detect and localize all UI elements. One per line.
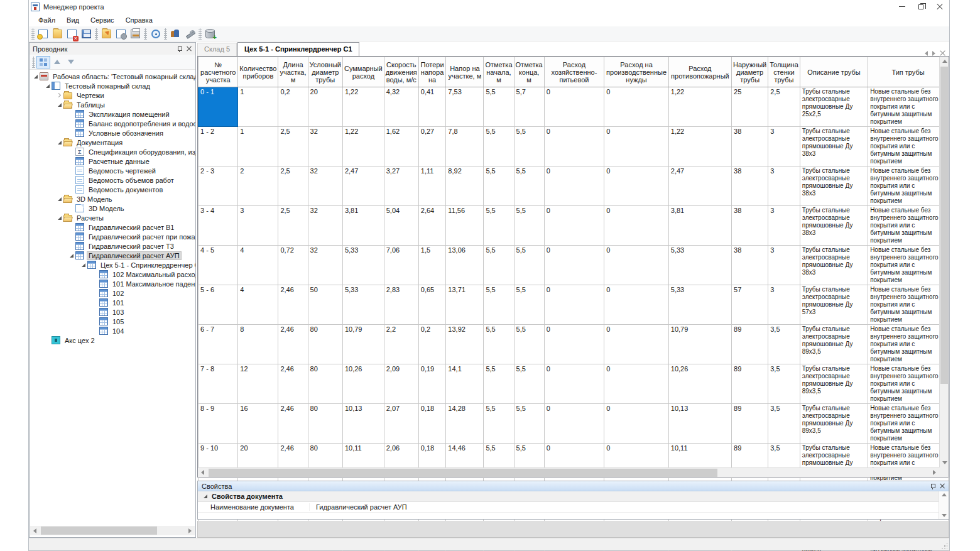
grid-cell[interactable]: 10,26	[342, 364, 384, 404]
grid-cell[interactable]: 0,19	[418, 364, 446, 404]
grid-cell[interactable]: 2,46	[278, 404, 308, 444]
grid-cell[interactable]: 2 - 3	[199, 166, 238, 206]
tree-item[interactable]: Тестовый пожарный склад	[30, 81, 195, 90]
grid-cell[interactable]: 0	[544, 364, 604, 404]
grid-cell[interactable]: 10,79	[668, 325, 731, 364]
grid-cell[interactable]: 0,41	[418, 87, 446, 127]
column-header[interactable]: Толщина стенки трубы	[768, 57, 800, 87]
grid-cell[interactable]: 5,5	[484, 127, 514, 166]
grid-cell[interactable]: 11,56	[446, 206, 484, 246]
grid-cell[interactable]: 32	[308, 246, 342, 285]
grid-cell[interactable]: 3 - 4	[199, 206, 238, 246]
column-header[interactable]: Расход на производственные нужды	[604, 57, 669, 87]
grid-cell[interactable]: 80	[308, 325, 342, 364]
grid-cell[interactable]: 50	[308, 285, 342, 325]
grid-cell[interactable]: 0	[604, 127, 669, 166]
move-down-button[interactable]	[64, 56, 78, 68]
column-header[interactable]: Тип трубы	[868, 57, 949, 87]
grid-cell[interactable]: 5,5	[514, 166, 544, 206]
tree-expander[interactable]	[56, 141, 63, 145]
tree-item[interactable]: 101	[30, 298, 195, 307]
tree-expander[interactable]	[68, 254, 75, 258]
close-button[interactable]	[930, 0, 949, 13]
tree-item[interactable]: 103	[30, 307, 195, 317]
scroll-right-arrow[interactable]	[185, 526, 195, 535]
grid-cell[interactable]: 7,53	[446, 87, 484, 127]
menu-item-Справка[interactable]: Справка	[120, 15, 158, 25]
tree-item[interactable]: Экспликация помещений	[30, 109, 195, 119]
grid-cell[interactable]: 0,18	[418, 444, 446, 483]
tree-item[interactable]: Цех 5-1 - Спринклердренчер С1	[30, 260, 195, 270]
grid-cell[interactable]: 2,46	[278, 285, 308, 325]
scroll-right-arrow[interactable]	[930, 468, 939, 477]
grid-cell[interactable]: 0	[604, 206, 669, 246]
tree-expander[interactable]	[32, 75, 39, 79]
grid-horizontal-scrollbar[interactable]	[198, 467, 939, 477]
grid-cell[interactable]: 80	[308, 404, 342, 444]
tools-wrench-button[interactable]	[183, 27, 197, 40]
tree-expander[interactable]	[56, 103, 63, 107]
grid-cell[interactable]: 12	[238, 364, 278, 404]
import-folder-button[interactable]	[99, 27, 114, 40]
properties-group-header[interactable]: Свойства документа	[198, 491, 939, 502]
grid-cell[interactable]: 5,5	[484, 325, 514, 364]
tree-item[interactable]: Ведомость чертежей	[30, 166, 195, 175]
grid-cell[interactable]: 2,5	[768, 87, 800, 127]
grid-cell[interactable]: 0,18	[418, 404, 446, 444]
grid-cell[interactable]: 5,5	[484, 285, 514, 325]
grid-cell[interactable]: 7,8	[446, 127, 484, 166]
minimize-button[interactable]	[893, 0, 912, 13]
grid-cell[interactable]: 0	[544, 246, 604, 285]
scroll-up-arrow[interactable]	[940, 57, 949, 66]
column-header[interactable]: Отметка начала, м	[484, 57, 514, 87]
grid-cell[interactable]: 89	[732, 444, 768, 483]
grid-cell[interactable]: 10,13	[668, 404, 731, 444]
column-header[interactable]: Отметка конца, м	[514, 57, 544, 87]
grid-cell[interactable]: 14,46	[446, 444, 484, 483]
tree-item[interactable]: 3D Модель	[30, 194, 195, 204]
grid-cell[interactable]: 16	[238, 404, 278, 444]
grid-cell[interactable]: 1,22	[668, 127, 731, 166]
grid-cell[interactable]: Новые стальные без внутреннего защитного…	[868, 404, 949, 444]
grid-cell[interactable]: 2,47	[668, 166, 731, 206]
resize-grip[interactable]	[941, 542, 947, 548]
scroll-thumb[interactable]	[209, 469, 717, 477]
grid-cell[interactable]: 1,62	[384, 127, 418, 166]
grid-cell[interactable]: 38	[732, 206, 768, 246]
grid-cell[interactable]: 0,2	[418, 325, 446, 364]
move-up-button[interactable]	[50, 56, 64, 68]
column-header[interactable]: Описание трубы	[800, 57, 868, 87]
column-header[interactable]: Наружный диаметр трубы	[732, 57, 768, 87]
column-header[interactable]: Расход хозяйственно-питьевой	[544, 57, 604, 87]
grid-cell[interactable]: 0	[604, 444, 669, 483]
column-header[interactable]: № расчетного участка	[199, 57, 238, 87]
grid-cell[interactable]: 0	[544, 325, 604, 364]
grid-cell[interactable]: Новые стальные без внутреннего защитного…	[868, 206, 949, 246]
grid-cell[interactable]: 8 - 9	[199, 404, 238, 444]
grid-cell[interactable]: 0	[604, 87, 669, 127]
grid-cell[interactable]: Трубы стальные электросварные прямошовны…	[800, 404, 868, 444]
grid-cell[interactable]: 0	[604, 325, 669, 364]
grid-vertical-scrollbar[interactable]	[939, 57, 949, 467]
grid-cell[interactable]: 0	[544, 285, 604, 325]
grid-cell[interactable]: Трубы стальные электросварные прямошовны…	[800, 246, 868, 285]
grid-cell[interactable]: 3	[768, 246, 800, 285]
grid-cell[interactable]: 2,46	[278, 444, 308, 483]
grid-cell[interactable]: 2,46	[278, 364, 308, 404]
grid-cell[interactable]: 38	[732, 127, 768, 166]
grid-cell[interactable]: 3,5	[768, 404, 800, 444]
grid-cell[interactable]: Трубы стальные электросварные прямошовны…	[800, 127, 868, 166]
restore-button[interactable]	[912, 0, 930, 13]
grid-cell[interactable]: 5,5	[484, 206, 514, 246]
grid-cell[interactable]: 80	[308, 444, 342, 483]
tree-item[interactable]: 102	[30, 288, 195, 298]
close-project-button[interactable]	[65, 27, 79, 40]
grid-cell[interactable]: 5,5	[514, 404, 544, 444]
new-project-button[interactable]	[36, 27, 50, 40]
grid-cell[interactable]: 2,47	[342, 166, 384, 206]
grid-cell[interactable]: 1,11	[418, 166, 446, 206]
tree-view-toggle-button[interactable]	[36, 56, 50, 68]
properties-scrollbar[interactable]	[939, 491, 949, 519]
grid-cell[interactable]: 4,32	[384, 87, 418, 127]
tree-item[interactable]: 102 Максимальный расход	[30, 270, 195, 279]
